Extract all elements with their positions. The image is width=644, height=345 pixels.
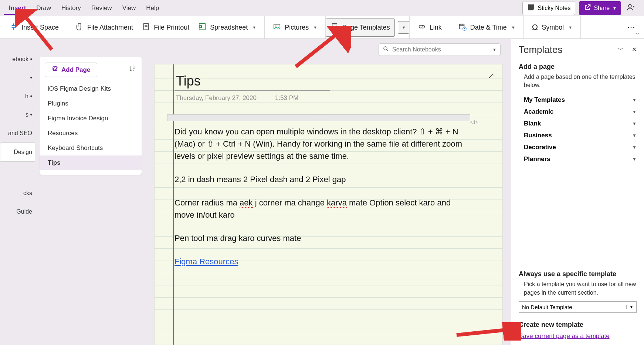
nav-item[interactable]: cks [0,184,35,202]
save-template-link[interactable]: Save current page as a template [519,332,610,340]
note-area: ▼ ⤢ Tips Thursday, February 27, 2020 1:5… [146,39,511,345]
note-title[interactable]: Tips [174,73,488,89]
note-paragraph[interactable]: Corner radius ma aek j corner ma change … [174,197,463,221]
menu-insert[interactable]: Insert [4,1,31,15]
symbol-button[interactable]: Ω Symbol ▼ [529,20,575,34]
page-item[interactable]: Keyboard Shortcuts [40,141,142,155]
template-category[interactable]: Business▼ [519,130,637,141]
note-link[interactable]: Figma Resources [174,257,238,266]
search-icon [383,46,389,54]
sort-button[interactable] [129,65,136,74]
search-box[interactable]: ▼ [379,43,501,56]
sticky-notes-button[interactable]: Sticky Notes [522,1,575,15]
nav-item-selected[interactable]: Design [0,143,35,162]
page-item-active[interactable]: Tips [40,155,142,170]
note-canvas[interactable]: ⤢ Tips Thursday, February 27, 2020 1:53 … [154,64,503,345]
page-item[interactable]: Resources [40,126,142,141]
chevron-down-icon: ▼ [632,133,637,138]
ribbon-collapse-button[interactable]: ﹀ [635,31,640,38]
paperclip-icon [75,23,84,33]
menu-view[interactable]: View [117,1,141,15]
nav-item[interactable] [0,221,35,236]
template-category[interactable]: Academic▼ [519,106,637,118]
compose-icon [52,66,58,74]
template-category[interactable]: Decorative▼ [519,141,637,153]
nav-item[interactable]: ebook [0,50,35,68]
resize-handle[interactable]: ◁ ▷ [470,116,478,128]
insert-space-button[interactable]: Insert Space [7,20,62,35]
add-page-section-title: Add a page [519,63,637,71]
always-template-desc: Pick a template you want to use for all … [524,280,637,297]
main-content: ebook h s and SEO Design cks Guide Add P… [0,39,644,345]
page-templates-label: Page Templates [342,24,390,31]
sticky-notes-icon [527,3,535,13]
page-item[interactable]: iOS Figma Design Kits [40,81,142,96]
note-paragraph[interactable]: 2,2 in dash means 2 Pixel dash and 2 Pix… [174,173,463,185]
note-date: Thursday, February 27, 2020 [176,94,257,102]
search-input[interactable] [392,46,489,53]
link-icon [418,23,426,33]
template-category[interactable]: Planners▼ [519,153,637,165]
date-time-button[interactable]: Date & Time ▼ [455,20,518,35]
nav-item[interactable] [0,68,35,87]
chevron-down-icon: ▼ [632,145,637,150]
pictures-label: Pictures [285,24,309,31]
link-button[interactable]: Link [415,20,445,35]
spreadsheet-button[interactable]: Spreadsheet ▼ [195,20,259,35]
chevron-down-icon: ▼ [626,305,633,309]
chevron-down-icon: ▼ [511,25,515,30]
share-button[interactable]: Share ▼ [579,1,621,15]
note-body[interactable]: ⋯⋯ ◁ ▷ Did you know you can open multipl… [174,125,463,268]
calendar-clock-icon [458,23,467,33]
menu-review[interactable]: Review [86,1,117,15]
template-category[interactable]: Blank▼ [519,118,637,130]
menu-help[interactable]: Help [141,1,164,15]
create-template-title: Create new template [519,321,637,329]
chevron-down-icon: ▼ [632,109,637,114]
pictures-button[interactable]: Pictures ▼ [270,20,320,35]
page-item[interactable]: Plugins [40,96,142,111]
page-templates-dropdown[interactable]: ▼ [398,21,409,34]
page-list: Add Page iOS Figma Design Kits Plugins F… [40,57,142,175]
spreadsheet-label: Spreadsheet [210,24,248,31]
link-label: Link [430,24,442,31]
expand-icon[interactable]: ⤢ [488,71,494,81]
page-list-panel: Add Page iOS Figma Design Kits Plugins F… [35,39,146,345]
svg-point-0 [628,4,631,7]
add-page-button[interactable]: Add Page [45,63,97,77]
title-underline [174,90,330,91]
text: j corner ma change [253,198,327,207]
file-printout-button[interactable]: File Printout [139,20,192,35]
menu-bar: Insert Draw History Review View Help Sti… [0,0,644,16]
add-page-label: Add Page [61,66,90,74]
page-templates-button[interactable]: Page Templates [326,19,395,37]
file-attachment-button[interactable]: File Attachment [72,20,136,35]
nav-item[interactable]: h [0,87,35,105]
text: Corner radius ma [174,198,240,207]
nav-item[interactable]: s [0,105,35,124]
chevron-down-icon[interactable]: ▼ [492,47,496,52]
nav-item[interactable]: and SEO [0,124,35,143]
chevron-down-icon: ▼ [252,25,256,30]
printout-icon [142,23,150,33]
omega-icon: Ω [532,23,538,32]
default-template-select[interactable]: No Default Template ▼ [519,301,637,313]
panel-dropdown-icon[interactable]: ﹀ [618,46,624,54]
menu-history[interactable]: History [56,1,86,15]
close-icon[interactable]: ✕ [632,46,637,54]
template-icon [331,23,339,33]
note-container-handle[interactable]: ⋯⋯ [167,114,470,121]
nav-item[interactable]: Guide [0,202,35,221]
note-paragraph[interactable]: Did you know you can open multiple windo… [174,125,463,162]
template-category[interactable]: My Templates▼ [519,94,637,106]
svg-point-10 [384,47,387,50]
spellcheck-word[interactable]: karva [327,198,347,208]
spellcheck-word[interactable]: aek [240,198,252,208]
ribbon-toolbar: Insert Space File Attachment File Printo… [0,16,644,39]
note-paragraph[interactable]: Pen tool ma drag karo curves mate [174,232,463,244]
menu-draw[interactable]: Draw [31,1,56,15]
account-icon[interactable] [625,1,637,15]
file-attachment-label: File Attachment [87,24,133,31]
page-item[interactable]: Figma Invoice Design [40,111,142,126]
notebook-nav: ebook h s and SEO Design cks Guide [0,39,35,345]
